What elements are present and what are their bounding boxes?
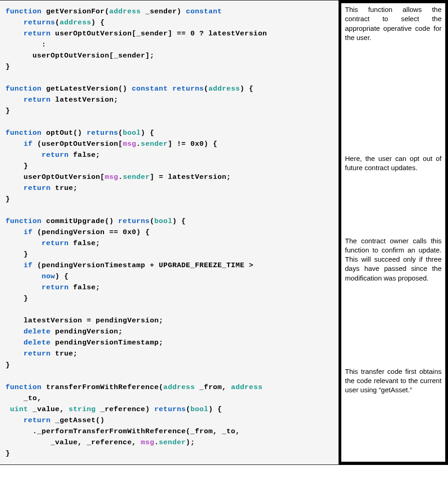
fn-getLatestVersion-name: getLatestVersion <box>46 85 118 93</box>
fn-commitUpgrade-name: commitUpgrade <box>46 217 104 225</box>
annotation-2: Here, the user can opt out of future con… <box>341 152 445 175</box>
kw-return: return <box>23 416 51 424</box>
kw-now: now <box>41 272 55 281</box>
kw-delete: delete <box>23 338 51 347</box>
fn-getVersionFor-name: getVersionFor <box>46 7 104 16</box>
kw-return: return <box>23 184 51 192</box>
type-address: address <box>109 7 141 16</box>
param-value: _value <box>33 405 60 413</box>
fn2-body: latestVersion; <box>55 96 118 104</box>
kw-return: return <box>23 350 51 358</box>
fn3-assign-a: userOptOutVersion[ <box>23 173 104 181</box>
msg: msg <box>123 140 136 148</box>
annotation-3: The contract owner calls this function t… <box>341 235 445 285</box>
false-literal: false; <box>73 151 100 159</box>
true-literal: true; <box>55 350 78 358</box>
fn1-body-colon: : <box>41 40 46 49</box>
param-reference: _reference <box>100 405 145 413</box>
fn5-body-b: ._performTransferFromWithReference(_from… <box>33 427 240 436</box>
kw-return: return <box>23 29 51 38</box>
param-from: _from <box>200 383 222 391</box>
kw-returns: returns <box>172 85 204 93</box>
type-uint: uint <box>10 405 28 413</box>
kw-return: return <box>41 151 69 159</box>
kw-delete: delete <box>23 327 51 336</box>
fn4-if2b: ) { <box>55 272 69 281</box>
fn5-body-a: _getAsset() <box>55 416 105 424</box>
kw-if: if <box>23 261 33 269</box>
type-address: address <box>231 383 263 391</box>
param-sender: _sender <box>145 7 177 16</box>
spacer <box>341 175 445 235</box>
kw-function: function <box>6 85 41 93</box>
fn3-if-a: (userOptOutVersion[ <box>37 140 123 148</box>
type-address: address <box>163 383 195 391</box>
fn5-body-c: _value, _reference, <box>51 438 141 447</box>
annotation-1: This function allows the contract to sel… <box>341 3 445 44</box>
msg: msg <box>141 438 154 447</box>
false-literal: false; <box>73 283 100 292</box>
spacer <box>341 285 445 365</box>
figure-container: function getVersionFor(address _sender) … <box>0 0 448 465</box>
msg: msg <box>105 173 118 181</box>
type-string: string <box>69 405 96 413</box>
sender: sender <box>123 173 150 181</box>
fn5-body-d: ); <box>186 438 195 447</box>
kw-function: function <box>6 217 41 225</box>
false-literal: false; <box>73 239 100 247</box>
kw-constant: constant <box>132 85 167 93</box>
kw-return: return <box>41 283 69 292</box>
type-bool: bool <box>190 405 208 413</box>
spacer <box>341 44 445 152</box>
fn-optOut-name: optOut <box>46 129 73 137</box>
kw-returns: returns <box>155 405 186 413</box>
fn4-if1: (pendingVersion == 0x0) { <box>37 228 150 236</box>
true-literal: true; <box>55 184 78 192</box>
kw-return: return <box>41 239 69 247</box>
fn3-assign-b: ] = latestVersion; <box>150 173 231 181</box>
type-bool: bool <box>155 217 172 225</box>
kw-constant: constant <box>186 7 222 16</box>
type-address: address <box>208 85 240 93</box>
kw-if: if <box>23 228 33 236</box>
fn3-if-b: ] != 0x0) { <box>168 140 218 148</box>
code-pane: function getVersionFor(address _sender) … <box>0 0 339 464</box>
kw-return: return <box>23 96 51 104</box>
kw-function: function <box>6 383 41 391</box>
kw-returns: returns <box>23 18 55 27</box>
fn1-body-a: userOptOutVersion[_sender] == 0 ? latest… <box>55 29 267 38</box>
fn4-del2: pendingVersionTimestamp; <box>55 338 163 347</box>
annotation-4: This transfer code first obtains the cod… <box>341 365 445 397</box>
annotation-pane: This function allows the contract to sel… <box>339 0 448 464</box>
kw-function: function <box>6 7 41 16</box>
kw-function: function <box>6 129 41 137</box>
kw-if: if <box>23 140 33 148</box>
fn-transferFromWithReference-name: transferFromWithReference <box>46 383 159 391</box>
kw-returns: returns <box>118 217 150 225</box>
sender: sender <box>159 438 186 447</box>
fn1-body-b: userOptOutVersion[_sender]; <box>33 52 155 60</box>
param-to: _to <box>23 394 37 402</box>
fn4-assign: latestVersion = pendingVersion; <box>23 316 163 325</box>
fn4-del1: pendingVersion; <box>55 327 123 336</box>
type-bool: bool <box>123 129 141 137</box>
fn4-if2a: (pendingVersionTimestamp + UPGRADE_FREEZ… <box>37 261 253 269</box>
sender: sender <box>141 140 168 148</box>
kw-returns: returns <box>86 129 118 137</box>
type-address: address <box>60 18 92 27</box>
